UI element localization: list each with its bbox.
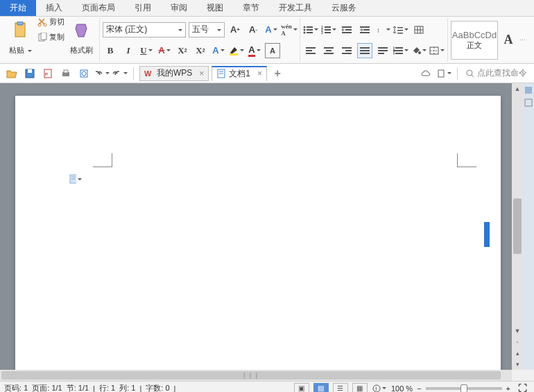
- new-style-button[interactable]: A: [501, 33, 516, 48]
- cloud-button[interactable]: [418, 66, 433, 81]
- scroll-up-button[interactable]: ▲: [512, 83, 523, 94]
- paste-label-row[interactable]: 粘贴: [6, 44, 35, 58]
- view-fullscreen-button[interactable]: ▣: [294, 383, 309, 393]
- style-normal[interactable]: AaBbCcDd 正文: [451, 21, 498, 60]
- font-name-select[interactable]: 宋体 (正文): [103, 22, 186, 37]
- doc-tab-mywps[interactable]: W 我的WPS ×: [139, 66, 209, 81]
- side-panel-item-2[interactable]: [524, 99, 533, 107]
- strikethrough-button[interactable]: A: [157, 43, 172, 58]
- align-justify-button[interactable]: [357, 43, 372, 58]
- menu-tab-pagelayout[interactable]: 页面布局: [72, 0, 125, 16]
- style-more[interactable]: ⋮: [519, 37, 526, 43]
- grow-font-button[interactable]: A+: [227, 22, 243, 37]
- pdf-icon: P: [43, 69, 53, 78]
- new-tab-button[interactable]: +: [270, 66, 285, 81]
- print-preview-button[interactable]: [76, 66, 92, 81]
- save-button[interactable]: [22, 66, 37, 81]
- vertical-scrollbar[interactable]: ▲ ▼ ◦ ▴ ▾: [512, 83, 523, 370]
- next-page-button[interactable]: ▾: [512, 359, 523, 370]
- align-distribute-button[interactable]: [375, 43, 390, 58]
- horizontal-scrollbar[interactable]: | | |: [0, 370, 512, 381]
- scroll-track[interactable]: [512, 94, 523, 325]
- format-painter-button[interactable]: [67, 22, 96, 38]
- menu-tab-review[interactable]: 审阅: [161, 0, 197, 16]
- zoom-slider[interactable]: [426, 387, 502, 390]
- document-area[interactable]: [0, 83, 512, 370]
- menu-tab-insert[interactable]: 插入: [36, 0, 72, 16]
- close-icon[interactable]: ×: [199, 69, 204, 78]
- hscroll-thumb[interactable]: | | |: [1, 371, 501, 380]
- text-direction-button[interactable]: ↕: [375, 22, 390, 37]
- borders-button[interactable]: [429, 43, 445, 58]
- redo-button[interactable]: [112, 66, 128, 81]
- status-line[interactable]: 行: 1: [99, 383, 115, 392]
- increase-indent-button[interactable]: [357, 22, 372, 37]
- settings-button[interactable]: [436, 66, 451, 81]
- scroll-down-button[interactable]: ▼: [512, 325, 523, 336]
- highlight-button[interactable]: [229, 43, 244, 58]
- svg-rect-48: [395, 47, 403, 49]
- subscript-button[interactable]: X2: [193, 43, 208, 58]
- status-bar: 页码: 1 页面: 1/1 节: 1/1 | 行: 1 列: 1 | 字数: 0…: [0, 381, 534, 392]
- side-collapse-handle[interactable]: [484, 222, 490, 247]
- change-case-button[interactable]: A: [264, 22, 279, 37]
- print-button[interactable]: [58, 66, 74, 81]
- text-effects-button[interactable]: A: [211, 43, 226, 58]
- zoom-level[interactable]: 100 %: [391, 384, 413, 393]
- close-icon[interactable]: ×: [257, 69, 262, 78]
- status-col[interactable]: 列: 1: [119, 383, 135, 392]
- shading-button[interactable]: [411, 43, 427, 58]
- paste-button[interactable]: [6, 22, 35, 38]
- status-section[interactable]: 节: 1/1: [67, 383, 89, 392]
- doc-tab-doc1[interactable]: 文档1 ×: [212, 66, 267, 81]
- svg-rect-1: [17, 22, 23, 25]
- open-button[interactable]: [4, 66, 19, 81]
- align-left-button[interactable]: [303, 43, 318, 58]
- italic-button[interactable]: I: [121, 43, 136, 58]
- line-spacing-button[interactable]: [393, 22, 408, 37]
- show-marks-button[interactable]: [411, 22, 427, 37]
- view-outline-button[interactable]: ☰: [333, 383, 348, 393]
- undo-button[interactable]: [94, 66, 110, 81]
- phonetic-guide-button[interactable]: wénA: [282, 22, 297, 37]
- menu-tab-view[interactable]: 视图: [197, 0, 233, 16]
- status-page[interactable]: 页码: 1: [4, 383, 28, 392]
- view-print-layout-button[interactable]: ▤: [313, 383, 329, 393]
- bullets-button[interactable]: [303, 22, 318, 37]
- tab-stops-button[interactable]: [393, 43, 408, 58]
- side-panel-item-1[interactable]: [524, 86, 533, 94]
- superscript-button[interactable]: X2: [175, 43, 190, 58]
- shrink-font-button[interactable]: A-: [246, 22, 261, 37]
- bold-button[interactable]: B: [103, 43, 118, 58]
- decrease-indent-button[interactable]: [339, 22, 354, 37]
- zoom-knob[interactable]: [460, 384, 467, 393]
- scroll-thumb[interactable]: [513, 198, 522, 254]
- zoom-out-button[interactable]: −: [417, 384, 421, 393]
- font-color-button[interactable]: A: [247, 43, 262, 58]
- zoom-in-button[interactable]: +: [506, 384, 510, 393]
- status-wordcount[interactable]: 字数: 0: [146, 383, 169, 392]
- align-center-button[interactable]: [321, 43, 336, 58]
- view-web-button[interactable]: ▦: [352, 383, 368, 393]
- numbering-button[interactable]: 123: [321, 22, 336, 37]
- font-size-select[interactable]: 五号: [189, 22, 225, 37]
- fit-window-button[interactable]: ⛶: [515, 381, 530, 393]
- export-pdf-button[interactable]: P: [40, 66, 55, 81]
- view-options-button[interactable]: !: [372, 381, 387, 393]
- cut-button[interactable]: 剪切: [37, 15, 64, 29]
- page[interactable]: [15, 96, 501, 370]
- underline-button[interactable]: U: [139, 43, 154, 58]
- menu-tab-cloud[interactable]: 云服务: [322, 0, 366, 16]
- prev-page-button[interactable]: ▴: [512, 348, 523, 359]
- command-search[interactable]: 点此查找命令: [463, 66, 530, 81]
- menu-tab-references[interactable]: 引用: [125, 0, 161, 16]
- menu-tab-devtools[interactable]: 开发工具: [269, 0, 322, 16]
- browse-object-button[interactable]: ◦: [512, 336, 523, 348]
- menu-tab-chapter[interactable]: 章节: [233, 0, 269, 16]
- character-border-button[interactable]: A: [265, 43, 280, 58]
- status-pages[interactable]: 页面: 1/1: [32, 383, 62, 392]
- align-right-button[interactable]: [339, 43, 354, 58]
- menu-tab-start[interactable]: 开始: [0, 0, 36, 16]
- svg-rect-42: [360, 47, 370, 49]
- paste-options-button[interactable]: [69, 174, 82, 184]
